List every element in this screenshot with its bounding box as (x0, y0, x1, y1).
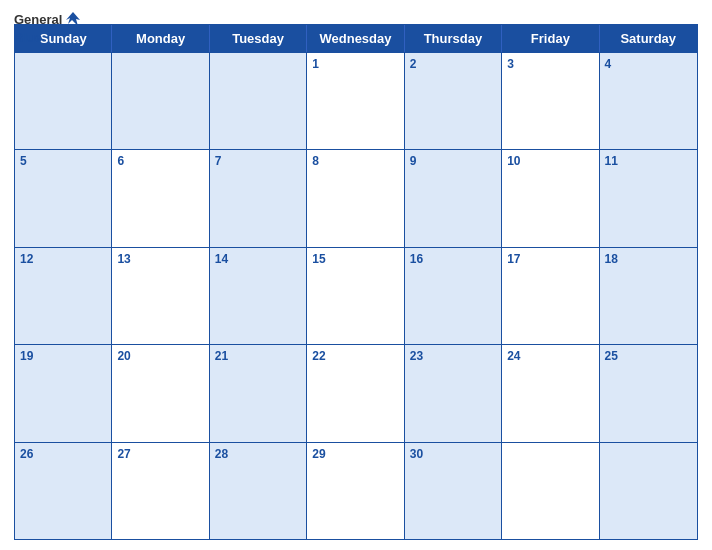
day-number: 22 (312, 348, 398, 365)
day-number: 8 (312, 153, 398, 170)
day-number: 25 (605, 348, 692, 365)
calendar-grid: SundayMondayTuesdayWednesdayThursdayFrid… (14, 24, 698, 540)
weekday-header-tuesday: Tuesday (210, 25, 307, 52)
cal-cell: 24 (502, 345, 599, 441)
day-number: 16 (410, 251, 496, 268)
cal-cell: 20 (112, 345, 209, 441)
weekday-header-thursday: Thursday (405, 25, 502, 52)
week-row-5: 262728293000 (15, 442, 697, 539)
cal-cell: 10 (502, 150, 599, 246)
day-number: 12 (20, 251, 106, 268)
day-number: 10 (507, 153, 593, 170)
cal-cell: 3 (502, 53, 599, 149)
day-number: 29 (312, 446, 398, 463)
day-number: 30 (410, 446, 496, 463)
cal-cell: 9 (405, 150, 502, 246)
cal-cell: 0 (210, 53, 307, 149)
day-number: 11 (605, 153, 692, 170)
weekday-header-row: SundayMondayTuesdayWednesdayThursdayFrid… (15, 25, 697, 52)
day-number: 4 (605, 56, 692, 73)
cal-cell: 4 (600, 53, 697, 149)
cal-cell: 0 (15, 53, 112, 149)
day-number: 20 (117, 348, 203, 365)
cal-cell: 0 (600, 443, 697, 539)
cal-cell: 26 (15, 443, 112, 539)
cal-cell: 29 (307, 443, 404, 539)
cal-cell: 1 (307, 53, 404, 149)
week-row-1: 0001234 (15, 52, 697, 149)
logo-general-text: General (14, 12, 62, 27)
logo-blue-text: Blue (14, 30, 42, 45)
weekday-header-saturday: Saturday (600, 25, 697, 52)
day-number: 26 (20, 446, 106, 463)
day-number: 21 (215, 348, 301, 365)
day-number: 1 (312, 56, 398, 73)
day-number: 2 (410, 56, 496, 73)
logo-bird-icon (64, 10, 82, 28)
cal-cell: 25 (600, 345, 697, 441)
cal-cell: 12 (15, 248, 112, 344)
week-row-4: 19202122232425 (15, 344, 697, 441)
cal-cell: 0 (112, 53, 209, 149)
weekday-header-friday: Friday (502, 25, 599, 52)
day-number: 28 (215, 446, 301, 463)
day-number: 18 (605, 251, 692, 268)
cal-cell: 6 (112, 150, 209, 246)
cal-cell: 18 (600, 248, 697, 344)
cal-cell: 13 (112, 248, 209, 344)
cal-cell: 2 (405, 53, 502, 149)
cal-cell: 15 (307, 248, 404, 344)
calendar-body: 0001234567891011121314151617181920212223… (15, 52, 697, 539)
cal-cell: 30 (405, 443, 502, 539)
cal-cell: 11 (600, 150, 697, 246)
week-row-2: 567891011 (15, 149, 697, 246)
cal-cell: 16 (405, 248, 502, 344)
day-number: 17 (507, 251, 593, 268)
cal-cell: 23 (405, 345, 502, 441)
day-number: 7 (215, 153, 301, 170)
cal-cell: 21 (210, 345, 307, 441)
week-row-3: 12131415161718 (15, 247, 697, 344)
weekday-header-monday: Monday (112, 25, 209, 52)
cal-cell: 17 (502, 248, 599, 344)
day-number: 5 (20, 153, 106, 170)
day-number: 13 (117, 251, 203, 268)
day-number: 19 (20, 348, 106, 365)
cal-cell: 27 (112, 443, 209, 539)
cal-cell: 28 (210, 443, 307, 539)
day-number: 14 (215, 251, 301, 268)
day-number: 23 (410, 348, 496, 365)
cal-cell: 14 (210, 248, 307, 344)
weekday-header-wednesday: Wednesday (307, 25, 404, 52)
calendar-header: General Blue (14, 10, 698, 18)
cal-cell: 7 (210, 150, 307, 246)
svg-marker-0 (66, 12, 80, 26)
cal-cell: 19 (15, 345, 112, 441)
cal-cell: 5 (15, 150, 112, 246)
cal-cell: 8 (307, 150, 404, 246)
logo: General Blue (14, 10, 82, 46)
day-number: 9 (410, 153, 496, 170)
page: General Blue SundayMondayTuesdayWednesda… (0, 0, 712, 550)
day-number: 3 (507, 56, 593, 73)
day-number: 24 (507, 348, 593, 365)
cal-cell: 0 (502, 443, 599, 539)
day-number: 27 (117, 446, 203, 463)
cal-cell: 22 (307, 345, 404, 441)
day-number: 6 (117, 153, 203, 170)
day-number: 15 (312, 251, 398, 268)
